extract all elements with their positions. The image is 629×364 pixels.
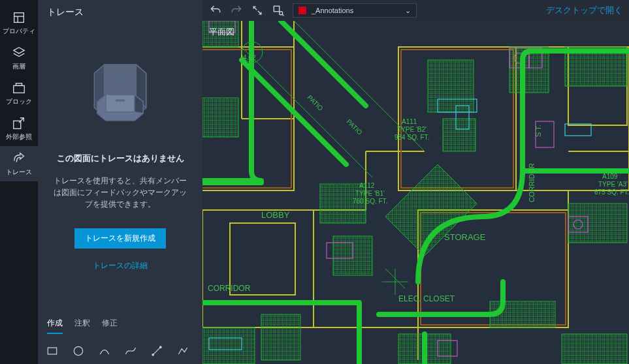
svg-text:ELEC. CLOSET: ELEC. CLOSET: [398, 294, 455, 303]
nav-properties[interactable]: プロパティ: [0, 5, 38, 40]
svg-text:4.02: 4.02: [243, 54, 256, 61]
arc-tool-icon[interactable]: [98, 344, 111, 357]
create-trace-button[interactable]: トレースを新規作成: [74, 228, 166, 249]
draw-tool-row: [38, 341, 202, 364]
svg-marker-8: [105, 65, 136, 99]
svg-text:A112: A112: [359, 182, 375, 189]
nav-trace-label: トレース: [6, 168, 32, 176]
svg-text:C: C: [248, 45, 253, 52]
svg-marker-3: [14, 48, 25, 53]
empty-heading: この図面にトレースはありません: [57, 153, 184, 164]
svg-rect-4: [14, 85, 25, 93]
svg-line-24: [282, 14, 284, 16]
svg-rect-34: [428, 60, 474, 112]
svg-rect-5: [16, 83, 22, 86]
svg-rect-15: [48, 348, 56, 354]
undo-icon[interactable]: [209, 4, 222, 17]
svg-rect-33: [202, 327, 255, 364]
tab-create[interactable]: 作成: [47, 318, 63, 334]
svg-rect-32: [261, 314, 300, 360]
svg-marker-11: [106, 95, 135, 112]
svg-text:PATIO: PATIO: [306, 94, 325, 112]
redo-icon[interactable]: [230, 4, 243, 17]
rectangle-tool-icon[interactable]: [46, 344, 59, 357]
topbar: _Annotations ⌄ デスクトップで開く: [202, 0, 629, 21]
svg-text:CORRIDOR: CORRIDOR: [528, 163, 536, 202]
panel-title: トレース: [38, 0, 202, 25]
svg-text:LOBBY: LOBBY: [261, 210, 290, 220]
svg-point-19: [160, 346, 162, 348]
nav-trace[interactable]: トレース: [0, 146, 38, 181]
svg-rect-0: [14, 13, 24, 23]
nav-layers[interactable]: 画層: [0, 40, 38, 76]
nav-xref-label: 外部参照: [6, 133, 32, 141]
trace-details-link[interactable]: トレースの詳細: [93, 260, 148, 271]
layer-name: _Annotations: [312, 7, 353, 14]
layers-icon: [12, 46, 26, 60]
chevron-down-icon: ⌄: [405, 7, 411, 15]
nav-xref[interactable]: 外部参照: [0, 111, 38, 146]
main-area: _Annotations ⌄ デスクトップで開く 平面図: [202, 0, 629, 364]
nav-layers-label: 画層: [12, 63, 25, 70]
trace-icon: [12, 151, 26, 166]
svg-text:S T.: S T.: [534, 125, 542, 137]
svg-point-18: [152, 354, 154, 356]
svg-text:TYPE 'B1': TYPE 'B1': [355, 190, 385, 197]
circle-tool-icon[interactable]: [72, 344, 85, 357]
svg-line-21: [258, 11, 261, 14]
svg-text:A111: A111: [402, 118, 417, 125]
tab-modify[interactable]: 修正: [102, 318, 118, 334]
line-tool-icon[interactable]: [150, 344, 163, 357]
svg-text:675 SQ. FT.: 675 SQ. FT.: [594, 189, 629, 196]
svg-rect-25: [202, 210, 314, 327]
svg-rect-41: [562, 334, 627, 364]
spline-tool-icon[interactable]: [124, 344, 137, 357]
svg-line-17: [153, 347, 161, 355]
left-nav-rail: プロパティ 画層 ブロック 外部参照 トレース: [0, 0, 38, 364]
svg-rect-35: [443, 119, 476, 151]
layer-dropdown[interactable]: _Annotations ⌄: [293, 3, 417, 18]
svg-point-16: [74, 346, 82, 355]
empty-cabinet-icon: [84, 57, 156, 131]
trace-panel: トレース この図面にトレースはありません トレース: [38, 0, 202, 364]
viewport-name: 平面図: [209, 26, 234, 38]
nav-blocks[interactable]: ブロック: [0, 76, 38, 111]
svg-text:760 SQ. FT.: 760 SQ. FT.: [353, 198, 387, 205]
bottom-tabs: 作成 注釈 修正: [38, 311, 202, 341]
svg-text:PATIO: PATIO: [346, 118, 364, 136]
svg-line-57: [242, 47, 372, 177]
svg-text:984 SQ. FT.: 984 SQ. FT.: [395, 134, 429, 141]
svg-text:A109: A109: [602, 173, 618, 180]
empty-desc: トレースを使用すると、共有メンバーは図面にフィードバックやマークアップを提供でき…: [52, 175, 188, 210]
zoom-extents-icon[interactable]: [251, 4, 264, 17]
blocks-icon: [12, 81, 26, 95]
select-icon[interactable]: [272, 4, 285, 17]
svg-text:TYPE 'A3': TYPE 'A3': [598, 181, 628, 188]
open-in-desktop-link[interactable]: デスクトップで開く: [546, 5, 622, 16]
drawing-canvas[interactable]: 平面図: [202, 21, 629, 364]
svg-text:TYPE 'B2': TYPE 'B2': [397, 126, 427, 133]
nav-properties-label: プロパティ: [3, 27, 35, 35]
layer-color-swatch: [298, 7, 306, 14]
nav-blocks-label: ブロック: [6, 98, 32, 106]
properties-icon: [12, 10, 26, 25]
polyline-tool-icon[interactable]: [176, 344, 189, 357]
svg-text:CORRIDOR: CORRIDOR: [208, 284, 251, 293]
svg-rect-29: [202, 98, 238, 137]
tab-annotate[interactable]: 注釈: [74, 318, 90, 334]
svg-line-20: [253, 7, 257, 10]
svg-rect-38: [568, 204, 627, 243]
svg-text:STORAGE: STORAGE: [444, 232, 486, 242]
floorplan-drawing: C 4.02 PATIO PATIO A111 TYPE 'B2' 984 SQ…: [202, 21, 629, 364]
svg-rect-22: [274, 6, 279, 11]
xref-icon: [12, 116, 26, 130]
